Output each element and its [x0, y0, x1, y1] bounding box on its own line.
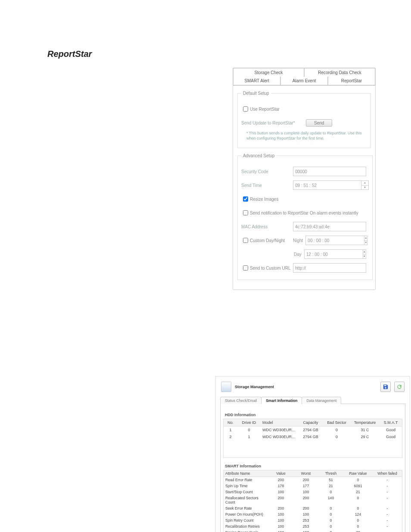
col-smart: S.M.A.T — [380, 419, 402, 426]
label-send-update: Send Update to ReportStar* — [241, 121, 306, 125]
label-use-reportstar: Use ReportStar — [250, 107, 280, 112]
tabs-sub: SMART Alert Alarm Event ReportStar — [233, 77, 375, 86]
spinner-day[interactable]: ▲▼ — [363, 249, 366, 259]
input-mac-address[interactable] — [293, 222, 366, 231]
reportstar-panel: Storage Check Recording Data Check SMART… — [233, 68, 376, 290]
tab-smart-alert[interactable]: SMART Alert — [233, 77, 280, 85]
hdd-info-title: HDD Information — [225, 413, 402, 417]
legend-default-setup: Default Setup — [241, 91, 271, 96]
col-temperature: Temperature — [350, 419, 380, 426]
storage-management-panel: Storage Management Status Check/Email Sm… — [215, 376, 410, 532]
col-whenfailed: When failed — [373, 470, 402, 476]
prefix-night: Night — [293, 238, 303, 243]
table-row[interactable]: Spin Retry Count10025300- — [224, 517, 402, 523]
smart-table-header: Attribute Name Value Worst Thresh Raw Va… — [224, 470, 402, 477]
note-send-update: * This button sends a complete daily upd… — [246, 131, 367, 141]
tab-smart-information[interactable]: Smart Information — [261, 397, 302, 404]
page-title: ReportStar — [47, 49, 394, 59]
col-driveid: Drive ID — [237, 419, 261, 426]
tabs-top: Storage Check Recording Data Check — [233, 68, 375, 77]
save-icon[interactable] — [380, 382, 391, 392]
col-capacity: Capacity — [298, 419, 323, 426]
table-row[interactable]: Seek Error Rate20020000- — [224, 505, 402, 511]
table-row[interactable]: Device Power Cycle Count100100020- — [224, 529, 402, 532]
input-security-code[interactable] — [293, 167, 366, 176]
label-send-time: Send Time — [241, 183, 293, 188]
tab-data-management[interactable]: Data Management — [302, 397, 341, 404]
checkbox-custom-daynight[interactable] — [243, 238, 248, 243]
checkbox-use-reportstar[interactable] — [243, 106, 248, 112]
hdd-table-header: No. Drive ID Model Capacity Bad Sector T… — [224, 419, 402, 426]
tab-status-check[interactable]: Status Check/Email — [220, 397, 262, 404]
table-row[interactable]: Reallocated Sectors Count2002001400- — [224, 495, 402, 505]
input-day-time[interactable] — [304, 249, 363, 259]
refresh-icon[interactable] — [394, 382, 405, 392]
smart-info-title: SMART Information — [225, 464, 402, 468]
label-mac-address: MAC Address — [241, 224, 293, 229]
label-send-notification: Send notification to ReportStar On alarm… — [250, 211, 358, 215]
table-row[interactable]: Read Error Rate200200510- — [224, 477, 402, 483]
spinner-send-time[interactable]: ▲▼ — [361, 180, 369, 190]
input-night-time[interactable] — [305, 236, 364, 245]
checkbox-send-notification[interactable] — [243, 210, 248, 215]
col-raw: Raw Value — [343, 470, 373, 476]
tab-recording-data-check[interactable]: Recording Data Check — [304, 68, 375, 77]
table-row[interactable]: Spin Up Time178177216091- — [224, 483, 402, 489]
table-row[interactable]: Recalibration Retries10025300- — [224, 523, 402, 529]
col-thresh: Thresh — [318, 470, 343, 476]
input-custom-url[interactable] — [293, 263, 366, 273]
smart-table-body: Read Error Rate200200510-Spin Up Time178… — [224, 477, 402, 532]
label-custom-daynight: Custom Day/Night — [250, 238, 293, 243]
table-row[interactable]: Start/Stop Count100100021- — [224, 489, 402, 495]
spinner-night[interactable]: ▲▼ — [364, 236, 367, 245]
legend-advanced-setup: Advanced Setup — [241, 153, 276, 158]
send-button[interactable]: Send — [306, 119, 332, 127]
panel2-tabs: Status Check/Email Smart Information Dat… — [220, 396, 405, 404]
col-attr: Attribute Name — [224, 470, 268, 476]
tab-storage-check[interactable]: Storage Check — [233, 68, 304, 77]
checkbox-custom-url[interactable] — [243, 265, 248, 271]
tab-reportstar[interactable]: ReportStar — [328, 77, 375, 85]
label-resize-images: Resize Images — [250, 197, 278, 202]
hdd-table-body: 10WDC WD30EURS-63SPKY02794 GB031 CGood21… — [224, 426, 402, 457]
tab-alarm-event[interactable]: Alarm Event — [280, 77, 328, 85]
checkbox-resize-images[interactable] — [243, 196, 248, 202]
label-security-code: Security Code — [241, 169, 293, 174]
fieldset-default-setup: Default Setup Use ReportStar Send Update… — [237, 91, 371, 148]
storage-icon — [221, 382, 231, 392]
panel2-title: Storage Management — [235, 385, 274, 389]
col-value: Value — [268, 470, 293, 476]
col-model: Model — [261, 419, 298, 426]
col-worst: Worst — [293, 470, 318, 476]
table-row[interactable]: Power On Hours(POH)1001000124- — [224, 511, 402, 517]
col-badsector: Bad Sector — [323, 419, 350, 426]
input-send-time[interactable] — [293, 180, 361, 190]
table-row[interactable]: 21WDC WD30EURS-63SPKY02794 GB029 CGood — [224, 433, 402, 440]
fieldset-advanced-setup: Advanced Setup Security Code Send Time ▲… — [237, 153, 373, 280]
prefix-day: Day — [294, 252, 302, 257]
col-no: No. — [224, 419, 237, 426]
table-row[interactable]: 10WDC WD30EURS-63SPKY02794 GB031 CGood — [224, 426, 402, 433]
label-custom-url: Send to Custom URL — [250, 266, 293, 271]
